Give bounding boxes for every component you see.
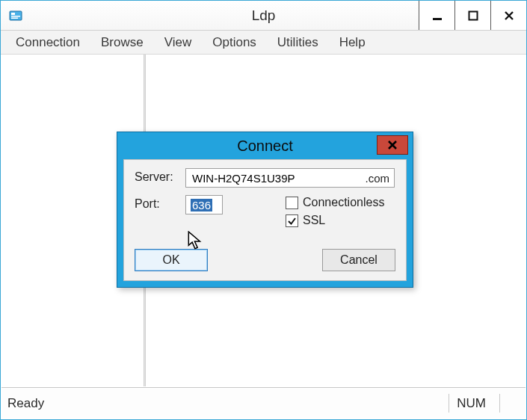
- dialog-titlebar[interactable]: Connect: [117, 132, 413, 159]
- port-input[interactable]: 636: [191, 199, 212, 211]
- menu-utilities[interactable]: Utilities: [267, 32, 329, 53]
- check-icon: [287, 216, 297, 226]
- server-suffix: .com: [360, 172, 389, 185]
- ssl-checkbox[interactable]: [286, 214, 298, 227]
- server-label: Server:: [135, 170, 173, 184]
- window-controls: [419, 1, 526, 30]
- dialog-title: Connect: [117, 138, 413, 155]
- menu-view[interactable]: View: [154, 32, 203, 53]
- app-icon: [8, 8, 23, 23]
- svg-rect-3: [11, 17, 18, 19]
- server-input-wrapper: .com: [185, 168, 395, 188]
- server-input[interactable]: [191, 171, 360, 185]
- ssl-row: SSL: [286, 214, 325, 227]
- ssl-label: SSL: [303, 214, 325, 227]
- port-label: Port:: [135, 197, 160, 211]
- titlebar: Ldp: [1, 1, 526, 31]
- connectionless-row: Connectionless: [286, 196, 384, 209]
- svg-rect-2: [11, 16, 20, 17]
- connectionless-checkbox[interactable]: [286, 197, 298, 209]
- close-icon: [387, 140, 398, 150]
- main-window: Ldp Connection Browse View Options Utili…: [0, 0, 527, 420]
- menu-browse[interactable]: Browse: [90, 32, 154, 53]
- minimize-button[interactable]: [419, 1, 454, 30]
- menu-connection[interactable]: Connection: [5, 32, 90, 53]
- statusbar: Ready NUM: [1, 387, 526, 419]
- menu-options[interactable]: Options: [202, 32, 267, 53]
- connect-dialog: Connect Server: .com Port: 636 Connectio…: [117, 132, 413, 288]
- menu-help[interactable]: Help: [329, 32, 376, 53]
- connectionless-label: Connectionless: [303, 196, 384, 209]
- cancel-button[interactable]: Cancel: [322, 249, 395, 271]
- svg-rect-4: [433, 18, 442, 20]
- close-button[interactable]: [490, 1, 526, 30]
- maximize-button[interactable]: [454, 1, 490, 30]
- status-separator: [449, 394, 449, 413]
- port-input-wrapper: 636: [185, 195, 223, 214]
- svg-rect-5: [469, 11, 477, 19]
- status-separator: [499, 394, 500, 413]
- status-num: NUM: [457, 396, 492, 411]
- ok-button[interactable]: OK: [135, 249, 208, 271]
- menubar: Connection Browse View Options Utilities…: [1, 31, 526, 55]
- ok-button-label: OK: [162, 253, 179, 267]
- dialog-body: Server: .com Port: 636 Connectionless SS: [123, 159, 407, 281]
- status-text: Ready: [1, 396, 441, 411]
- svg-rect-1: [11, 13, 15, 15]
- cancel-button-label: Cancel: [340, 253, 377, 267]
- dialog-close-button[interactable]: [377, 135, 408, 155]
